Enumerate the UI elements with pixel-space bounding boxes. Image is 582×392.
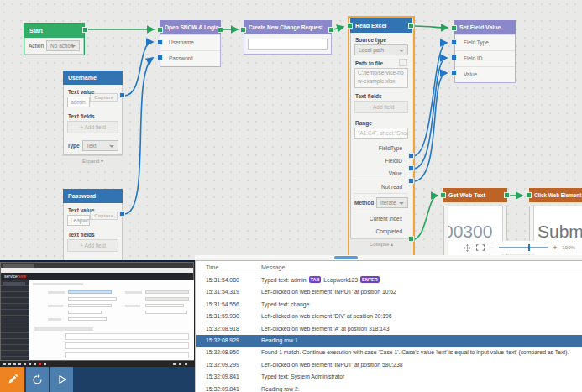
port-create-request-in[interactable] (240, 27, 246, 33)
source-type-select[interactable]: Local path (354, 44, 408, 55)
type-select[interactable]: Text (82, 140, 118, 151)
input-username[interactable]: Username (160, 34, 220, 50)
node-start[interactable]: Start Action No action (24, 23, 85, 55)
canvas-scrollbar-thumb[interactable] (334, 256, 358, 259)
log-row[interactable]: 15:32:09.841Reading row 2. (196, 384, 582, 392)
fit-to-screen-icon[interactable] (476, 244, 485, 251)
port-field-type-in[interactable] (451, 39, 457, 45)
log-time: 15:31:54.080 (196, 274, 261, 286)
log-row[interactable]: 15:31:54.556Typed text: change (196, 299, 582, 311)
log-time: 15:31:54.556 (196, 299, 261, 311)
log-row[interactable]: 15:32:09.841Typed text: System Administr… (196, 371, 582, 383)
node-username[interactable]: Username Text value Capture admin Text f… (63, 71, 123, 166)
zoom-out-button[interactable]: − (490, 243, 494, 252)
log-row[interactable]: 15:32:09.299Left-clicked on web element … (196, 359, 582, 371)
path-capture-button[interactable] (399, 59, 407, 66)
output-fieldid[interactable]: FieldID (354, 154, 408, 167)
action-select[interactable]: No action (46, 40, 80, 51)
node-read-excel[interactable]: Read Excel Source type Local path Path t… (350, 18, 412, 249)
canvas-zoom-toolbar: − + 100% (459, 241, 582, 254)
node-password[interactable]: Password Text value Capture Leapwork123 … (63, 189, 123, 260)
port-create-request-out[interactable] (328, 27, 334, 33)
log-row[interactable]: 15:31:54.319Left-clicked on web element … (196, 286, 582, 298)
source-type-label: Source type (355, 37, 407, 43)
type-label: Type (67, 143, 80, 149)
flow-canvas[interactable]: Start Action No action Open SNOW & Login… (0, 0, 582, 260)
output-not-read[interactable]: Not read (354, 180, 408, 193)
node-set-field-value[interactable]: Set Field Value Field Type Field ID Valu… (454, 20, 516, 83)
username-value-input[interactable]: admin (67, 97, 90, 107)
port-get-web-text-in[interactable] (440, 192, 446, 198)
input-value[interactable]: Value (455, 66, 515, 82)
zoom-slider-handle[interactable] (528, 244, 530, 251)
pencil-icon (8, 374, 18, 384)
input-password[interactable]: Password (160, 50, 220, 66)
output-completed[interactable]: Completed (354, 225, 408, 238)
port-username-out[interactable] (119, 92, 125, 98)
port-open-snow-username-in[interactable] (157, 39, 163, 45)
expand-button[interactable]: Expand ▾ (63, 155, 123, 166)
log-row[interactable]: 15:31:59.930Left-clicked on web element … (196, 311, 582, 322)
port-read-excel-out[interactable] (408, 23, 414, 29)
log-row[interactable]: 15:32:08.929Reading row 1. (196, 335, 582, 347)
node-open-snow-login[interactable]: Open SNOW & Login Username Password (160, 20, 221, 67)
log-message: Found 1 match. Continue execution with c… (261, 347, 582, 358)
add-field-button[interactable]: + Add field (354, 101, 408, 113)
port-open-snow-out[interactable] (218, 27, 223, 33)
output-current-index[interactable]: Current index (354, 212, 408, 225)
log-time: 15:32:08.918 (196, 323, 261, 335)
port-read-excel-in[interactable] (347, 23, 353, 29)
range-input[interactable]: "A1:C4", sheet:"Sheet1" (354, 128, 408, 139)
input-field-id[interactable]: Field ID (455, 50, 515, 66)
port-password-out[interactable] (119, 211, 125, 217)
zoom-slider[interactable] (499, 247, 548, 248)
output-value[interactable]: Value (354, 167, 408, 180)
create-request-input[interactable] (248, 39, 328, 50)
input-field-type[interactable]: Field Type (455, 34, 515, 50)
log-row[interactable]: 15:32:08.918Left-clicked on web element … (196, 323, 582, 335)
port-open-snow-password-in[interactable] (157, 55, 163, 60)
log-time: 15:32:09.841 (196, 371, 261, 383)
log-time: 15:32:09.841 (196, 384, 261, 392)
add-field-button[interactable]: + Add field (67, 121, 118, 133)
zoom-in-button[interactable]: + (553, 243, 557, 252)
port-open-snow-in[interactable] (157, 27, 163, 33)
port-click-web-element-in[interactable] (526, 192, 532, 198)
video-timeline-strip[interactable] (0, 361, 195, 367)
play-button[interactable] (50, 367, 73, 392)
pan-icon[interactable] (464, 244, 471, 252)
node-click-web-element-title: Click Web Element (529, 188, 582, 202)
log-time: 15:31:59.930 (196, 311, 261, 322)
activity-log-panel: Time Message 15:31:54.080Typed text: adm… (195, 260, 582, 392)
log-message: Typed text: admin TAB Leapwork123 ENTER (261, 274, 582, 286)
port-fieldtype-out[interactable] (408, 153, 414, 159)
refresh-button[interactable] (26, 367, 49, 392)
path-to-file-input[interactable]: C:/temp/service-now-example.xlsx (354, 68, 408, 88)
text-value-label: Text value Capture (68, 89, 118, 95)
password-value-input[interactable]: Leapwork123 (67, 215, 90, 226)
port-start-out[interactable] (82, 27, 88, 33)
edit-button[interactable] (0, 367, 24, 392)
log-time: 15:31:54.319 (196, 286, 261, 298)
port-completed-out[interactable] (408, 236, 414, 242)
port-fieldid-out[interactable] (408, 165, 414, 171)
port-get-web-text-out[interactable] (504, 192, 510, 198)
video-preview-panel: servicenow (0, 260, 195, 392)
log-rows: 15:31:54.080Typed text: admin TAB Leapwo… (196, 274, 582, 392)
method-select[interactable]: Iterate (376, 197, 408, 208)
log-row[interactable]: 15:31:54.080Typed text: admin TAB Leapwo… (196, 274, 582, 286)
port-set-field-value-in[interactable] (451, 25, 457, 31)
video-preview-frame[interactable]: servicenow (0, 262, 194, 361)
node-get-web-text-title: Get Web Text (443, 188, 507, 202)
output-fieldtype[interactable]: FieldType (354, 142, 408, 154)
collapse-button[interactable]: Collapse ▴ (350, 238, 412, 249)
text-fields-label: Text fields (68, 113, 118, 119)
port-value-out[interactable] (408, 178, 414, 184)
node-read-excel-selection: Read Excel Source type Local path Path t… (348, 16, 415, 260)
log-row[interactable]: 15:32:08.950Found 1 match. Continue exec… (196, 347, 582, 358)
log-message: Left-clicked on web element 'INPUT' at p… (261, 286, 582, 298)
port-value-in[interactable] (451, 70, 457, 76)
node-create-change-request[interactable]: Create New Change Request (244, 20, 332, 55)
add-field-button[interactable]: + Add field (67, 239, 118, 252)
port-field-id-in[interactable] (451, 55, 457, 60)
